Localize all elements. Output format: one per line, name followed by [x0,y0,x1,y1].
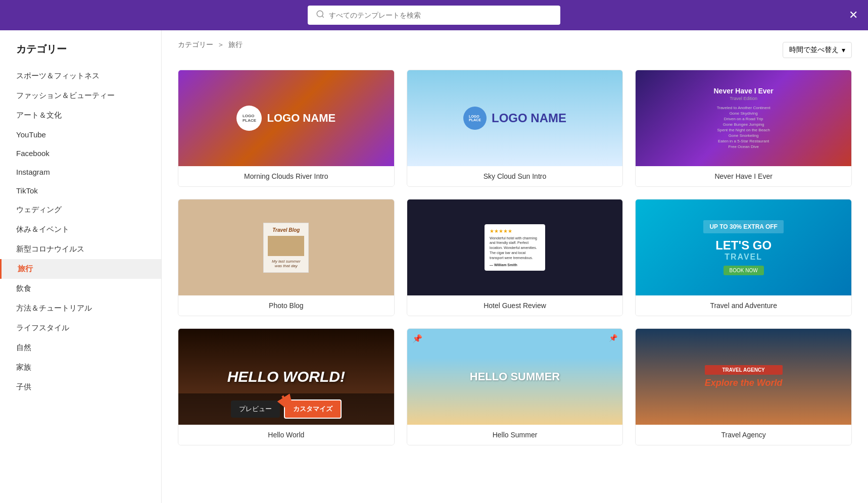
sidebar-item-tiktok[interactable]: TikTok [0,181,161,200]
content-area: カテゴリー ＞ 旅行 時間で並べ替え ▾ LOGOPLACE LOGO NAME… [162,30,868,503]
breadcrumb-arrow: ＞ [217,40,224,49]
template-card-morning-clouds[interactable]: LOGOPLACE LOGO NAME Morning Clouds River… [178,70,395,187]
template-thumb-travel-adventure: UP TO 30% EXTRA OFF LET'S GO TRAVEL BOOK… [636,199,851,295]
template-name-sky-cloud: Sky Cloud Sun Intro [407,166,623,186]
sidebar-item-fashion[interactable]: ファッション＆ビューティー [0,86,161,106]
template-card-sky-cloud[interactable]: LOGOPLACE LOGO NAME Sky Cloud Sun Intro [407,70,623,187]
customize-button[interactable]: カスタマイズ [284,399,342,419]
sidebar-item-food[interactable]: 飲食 [0,279,161,298]
sidebar-item-corona[interactable]: 新型コロナウイルス [0,239,161,259]
template-name-never: Never Have I Ever [636,166,851,186]
template-name-hello-world: Hello World [178,425,394,445]
template-thumb-morning-clouds: LOGOPLACE LOGO NAME [178,70,394,166]
ta2-main: Explore the World [705,378,783,388]
template-name-hotel: Hotel Guest Review [407,295,623,316]
content-header: カテゴリー ＞ 旅行 時間で並べ替え ▾ [178,40,852,60]
sidebar-item-lifestyle[interactable]: ライフスタイル [0,318,161,338]
never-subtitle: Travel Edition [730,96,757,101]
logo-name-dark: LOGO NAME [492,111,566,125]
header: ✕ [0,0,868,30]
logo-badge: LOGOPLACE [236,106,262,131]
template-card-never[interactable]: Never Have I Ever Travel Edition Travele… [635,70,852,187]
template-card-photo-blog[interactable]: Travel Blog My last summerwas that day P… [178,199,395,316]
search-bar[interactable] [308,6,560,25]
sidebar-item-instagram[interactable]: Instagram [0,163,161,181]
template-card-hotel[interactable]: ★★★★★ Wonderful hotel with charming and … [407,199,623,316]
logo-badge-blue: LOGOPLACE [463,107,487,130]
search-icon [316,10,325,21]
hotel-stars: ★★★★★ [490,228,540,234]
template-card-hello-summer[interactable]: 📌 HELLO SUMMER 📌 Hello Summer [407,328,623,445]
sidebar-item-family[interactable]: 家族 [0,358,161,377]
sidebar-item-facebook[interactable]: Facebook [0,144,161,163]
sidebar-title: カテゴリー [0,42,161,66]
template-thumb-wrapper-hello-summer: 📌 HELLO SUMMER 📌 [407,329,623,425]
hello-summer-text: HELLO SUMMER [470,370,560,383]
photo-blog-card: Travel Blog My last summerwas that day [263,223,309,273]
close-button[interactable]: ✕ [849,10,858,21]
sort-dropdown[interactable]: 時間で並べ替え ▾ [783,42,852,58]
hello-world-text: HELLO WORLD! [227,368,345,385]
template-thumb-hello-summer: 📌 HELLO SUMMER 📌 [407,329,623,425]
sidebar-item-travel[interactable]: 旅行 [0,259,161,279]
sidebar-item-youtube[interactable]: YouTube [0,125,161,144]
breadcrumb-current: 旅行 [228,40,243,49]
sidebar-item-art[interactable]: アート＆文化 [0,106,161,125]
logo-name: LOGO NAME [267,112,335,125]
template-name-hello-summer: Hello Summer [407,425,623,445]
template-name-travel-adventure: Travel and Adventure [636,295,851,316]
sidebar-item-kids[interactable]: 子供 [0,377,161,397]
never-items: Traveled to Another Continent Gone Skydi… [717,105,770,149]
pin-icon-right: 📌 [609,334,617,342]
ta2-badge: TRAVEL AGENCY [705,365,783,375]
template-thumb-wrapper-hello-world: HELLO WORLD! プレビュー カスタマイズ [178,329,394,425]
breadcrumb: カテゴリー ＞ 旅行 [178,40,243,49]
template-thumb-hotel: ★★★★★ Wonderful hotel with charming and … [407,199,623,295]
chevron-down-icon: ▾ [842,46,845,54]
template-card-hello-world[interactable]: HELLO WORLD! プレビュー カスタマイズ [178,328,395,445]
template-name-morning-clouds: Morning Clouds River Intro [178,166,394,186]
hotel-review-text: Wonderful hotel with charming and friend… [490,236,540,261]
card-overlay-hello-world: プレビュー カスタマイズ [178,393,394,425]
ta-book-btn: BOOK NOW [724,266,764,275]
svg-point-0 [317,11,323,17]
ta-sub-text: TRAVEL [703,253,783,262]
template-thumb-sky-cloud: LOGOPLACE LOGO NAME [407,70,623,166]
search-input[interactable] [329,11,552,19]
photo-blog-title: Travel Blog [268,227,304,233]
template-card-travel-adventure[interactable]: UP TO 30% EXTRA OFF LET'S GO TRAVEL BOOK… [635,199,852,316]
sidebar-item-holiday[interactable]: 休み＆イベント [0,220,161,239]
template-grid: LOGOPLACE LOGO NAME Morning Clouds River… [178,70,852,445]
hotel-card: ★★★★★ Wonderful hotel with charming and … [485,224,545,271]
pin-icon-left: 📌 [412,334,422,343]
template-thumb-wrapper-travel-agency: TRAVEL AGENCY Explore the World [636,329,851,425]
ta-main-text: LET'S GO [703,238,783,253]
photo-blog-caption: My last summerwas that day [268,259,304,268]
sidebar-item-wedding[interactable]: ウェディング [0,200,161,220]
preview-button[interactable]: プレビュー [231,400,280,418]
template-thumb-never: Never Have I Ever Travel Edition Travele… [636,70,851,166]
main-layout: カテゴリー スポーツ＆フィットネス ファッション＆ビューティー アート＆文化 Y… [0,30,868,503]
template-name-travel-agency: Travel Agency [636,425,851,445]
sidebar-item-nature[interactable]: 自然 [0,338,161,358]
breadcrumb-category: カテゴリー [178,40,213,49]
sidebar: カテゴリー スポーツ＆フィットネス ファッション＆ビューティー アート＆文化 Y… [0,30,162,503]
ta-badge: UP TO 30% EXTRA OFF [703,220,783,233]
svg-line-1 [322,16,323,17]
template-name-photo-blog: Photo Blog [178,295,394,316]
travel-agency-content: TRAVEL AGENCY Explore the World [705,365,783,388]
template-thumb-photo-blog: Travel Blog My last summerwas that day [178,199,394,295]
hotel-reviewer: — William Smith [490,263,540,267]
template-thumb-travel-agency: TRAVEL AGENCY Explore the World [636,329,851,425]
sidebar-item-sports[interactable]: スポーツ＆フィットネス [0,66,161,86]
sort-label: 時間で並べ替え [789,45,839,55]
template-card-travel-agency[interactable]: TRAVEL AGENCY Explore the World Travel A… [635,328,852,445]
travel-adventure-content: UP TO 30% EXTRA OFF LET'S GO TRAVEL BOOK… [703,220,783,275]
sidebar-item-howto[interactable]: 方法＆チュートリアル [0,298,161,318]
never-title: Never Have I Ever [714,87,774,95]
